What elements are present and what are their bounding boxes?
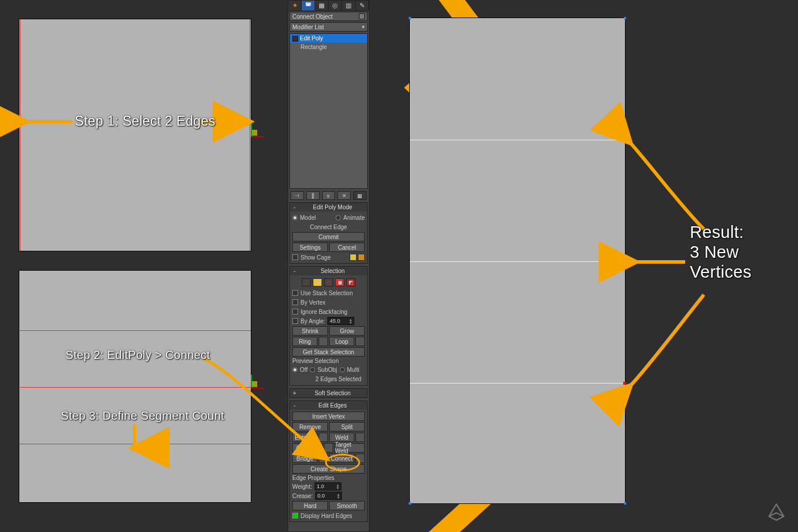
checkbox-label: By Vertex bbox=[300, 299, 326, 306]
tab-motion-icon[interactable]: ◎ bbox=[329, 1, 342, 11]
rollout-header[interactable]: - Selection bbox=[290, 267, 367, 275]
corner-vertex bbox=[624, 502, 626, 505]
annotation-line: 3 New bbox=[690, 242, 752, 262]
subobj-vertex-icon[interactable]: ∴ bbox=[302, 278, 311, 286]
hard-button[interactable]: Hard bbox=[292, 501, 328, 510]
tab-utilities-icon[interactable]: ✎ bbox=[355, 1, 369, 11]
modifier-list-label: Modifier List bbox=[292, 24, 324, 30]
stack-item-rectangle[interactable]: Rectangle bbox=[290, 43, 367, 51]
new-vertex bbox=[623, 260, 626, 263]
subobj-element-icon[interactable]: ◩ bbox=[346, 278, 355, 286]
settings-button[interactable]: Settings bbox=[292, 243, 328, 252]
panel-tabs: ✶ ◚ ▦ ◎ ▥ ✎ bbox=[288, 1, 369, 11]
spinner-crease[interactable]: 0.0▴▾ bbox=[315, 492, 342, 500]
checkbox-usestack[interactable] bbox=[292, 290, 298, 296]
corner-vertex bbox=[409, 502, 411, 505]
subobject-icons: ∴ ◁ ◇ ◼ ◩ bbox=[292, 277, 365, 288]
subobj-polygon-icon[interactable]: ◼ bbox=[335, 278, 344, 286]
checkbox-byangle[interactable] bbox=[292, 318, 298, 324]
ring-button[interactable]: Ring bbox=[292, 337, 317, 346]
loop-spin-icon[interactable] bbox=[355, 337, 365, 346]
loop-button[interactable]: Loop bbox=[329, 337, 354, 346]
radio-model[interactable] bbox=[292, 215, 298, 220]
tab-hierarchy-icon[interactable]: ▦ bbox=[315, 1, 329, 11]
stack-item-label: Rectangle bbox=[300, 44, 327, 50]
show-end-icon[interactable]: ǁ bbox=[306, 191, 320, 200]
radio-label: Model bbox=[300, 215, 316, 221]
stack-buttons: ⊣ ǁ ∨ ✕ ▦ bbox=[288, 190, 369, 201]
subobj-border-icon[interactable]: ◇ bbox=[324, 278, 333, 286]
stack-item-editpoly[interactable]: Edit Poly bbox=[290, 34, 367, 43]
radio-label: Animate bbox=[343, 215, 365, 221]
object-color-swatch[interactable] bbox=[359, 13, 365, 19]
viewport-result bbox=[409, 18, 626, 504]
make-unique-icon[interactable]: ∨ bbox=[322, 191, 336, 200]
object-name-field[interactable]: Connect Object bbox=[289, 12, 368, 21]
weld-settings-icon[interactable] bbox=[355, 433, 365, 442]
radio-animate[interactable] bbox=[336, 215, 341, 220]
weight-label: Weight: bbox=[292, 483, 312, 490]
annotation-step1: Step 1: Select 2 Edges bbox=[75, 113, 216, 129]
corner-vertex bbox=[409, 17, 411, 19]
annotation-result: Result: 3 New Vertices bbox=[690, 222, 752, 282]
arrow-step3 bbox=[127, 422, 145, 457]
arrow-result-1 bbox=[622, 136, 716, 236]
ring-spin-icon[interactable] bbox=[319, 337, 328, 346]
selected-edge-left bbox=[20, 19, 20, 251]
selected-edge-right bbox=[250, 19, 250, 251]
cancel-button[interactable]: Cancel bbox=[329, 243, 365, 252]
modifier-stack[interactable]: Edit Poly Rectangle bbox=[289, 33, 368, 189]
pin-stack-icon[interactable]: ⊣ bbox=[291, 191, 304, 200]
current-op-label: Connect Edge bbox=[310, 224, 347, 230]
checkbox-display-hard[interactable] bbox=[292, 513, 298, 519]
grow-button[interactable]: Grow bbox=[329, 326, 365, 336]
stack-item-label: Edit Poly bbox=[300, 35, 323, 42]
smooth-button[interactable]: Smooth bbox=[329, 501, 365, 510]
tab-modify-icon[interactable]: ◚ bbox=[302, 1, 315, 11]
commit-button[interactable]: Commit bbox=[292, 232, 365, 241]
remove-mod-icon[interactable]: ✕ bbox=[337, 191, 351, 200]
checkbox-byvertex[interactable] bbox=[292, 299, 298, 305]
checkbox-label: Show Cage bbox=[300, 254, 331, 261]
annotation-line: Result: bbox=[690, 222, 752, 242]
corner-vertex bbox=[624, 17, 626, 19]
checkbox-label: Use Stack Selection bbox=[300, 290, 353, 296]
connect-settings-icon[interactable] bbox=[355, 454, 365, 463]
edge-properties-label: Edge Properties bbox=[292, 475, 365, 481]
tab-create-icon[interactable]: ✶ bbox=[288, 1, 302, 11]
logo-watermark-icon bbox=[764, 499, 789, 524]
subobj-edge-icon[interactable]: ◁ bbox=[313, 278, 322, 286]
crease-label: Crease: bbox=[292, 493, 313, 499]
spinner-weight[interactable]: 1.0▴▾ bbox=[315, 482, 341, 490]
lightbulb-icon[interactable] bbox=[292, 36, 298, 42]
arrow-result-2 bbox=[627, 254, 691, 272]
tab-display-icon[interactable]: ▥ bbox=[342, 1, 355, 11]
annotation-step2: Step 2: EditPoly > Connect bbox=[65, 348, 210, 362]
annotation-step3: Step 3: Define Segment Count bbox=[61, 409, 224, 423]
shrink-button[interactable]: Shrink bbox=[292, 326, 328, 336]
checkbox-showcage[interactable] bbox=[292, 254, 298, 260]
annotation-line: Vertices bbox=[690, 262, 752, 282]
arrow-result-3 bbox=[622, 289, 716, 395]
viewport-step1 bbox=[19, 19, 251, 251]
object-name-text: Connect Object bbox=[292, 13, 333, 20]
arrow-step1-left bbox=[17, 115, 75, 133]
radio-label: Multi bbox=[347, 367, 360, 373]
configure-icon[interactable]: ▦ bbox=[353, 191, 367, 200]
cage-color-swatch-2[interactable] bbox=[358, 254, 365, 261]
new-edge bbox=[410, 261, 625, 262]
checkbox-label: By Angle: bbox=[300, 318, 325, 324]
connect-edge-line bbox=[19, 330, 251, 331]
cage-color-swatch[interactable] bbox=[350, 254, 357, 261]
modifier-list-dropdown[interactable]: Modifier List bbox=[289, 22, 368, 32]
new-edge bbox=[410, 140, 625, 140]
checkbox-label: Ignore Backfacing bbox=[300, 309, 347, 315]
checkbox-label: Display Hard Edges bbox=[300, 513, 352, 519]
checkbox-ignoreback[interactable] bbox=[292, 309, 298, 315]
spinner-angle[interactable]: 45.0▴▾ bbox=[327, 317, 354, 325]
new-edge bbox=[410, 383, 625, 384]
rollout-header[interactable]: - Edit Poly Mode bbox=[290, 203, 367, 212]
rollout-editpoly-mode: - Edit Poly Mode Model Animate Connect E… bbox=[289, 202, 368, 264]
